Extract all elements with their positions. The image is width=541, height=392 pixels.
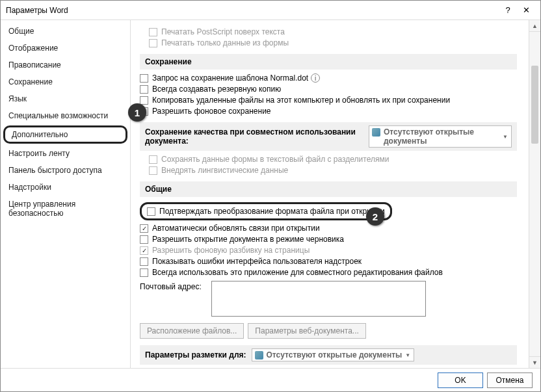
label-draft-open: Разрешить открытие документа в режиме че… xyxy=(152,235,344,244)
sidebar-item-quick-access[interactable]: Панель быстрого доступа xyxy=(1,162,130,179)
annotation-badge-2: 2 xyxy=(366,207,384,226)
label-remote-copy: Копировать удаленные файлы на этот компь… xyxy=(152,96,450,105)
sidebar-item-addins[interactable]: Надстройки xyxy=(1,179,130,196)
group-layout: Параметры разметки для: Отсутствуют откр… xyxy=(140,345,517,365)
sidebar-item-proofing[interactable]: Правописание xyxy=(1,57,130,73)
group-preserve-label: Сохранение качества при совместном испол… xyxy=(145,127,363,146)
sidebar-item-accessibility[interactable]: Специальные возможности xyxy=(1,107,130,124)
sidebar-item-save[interactable]: Сохранение xyxy=(1,73,130,90)
help-button[interactable]: ? xyxy=(499,5,517,15)
label-print-form-only: Печатать только данные из формы xyxy=(161,38,289,47)
preserve-doc-combo-value: Отсутствуют открытые документы xyxy=(384,127,499,146)
checkbox-print-form-only xyxy=(149,39,157,47)
layout-doc-combo-value: Отсутствуют открытые документы xyxy=(267,350,402,359)
checkbox-backup[interactable] xyxy=(140,85,148,94)
options-dialog: Параметры Word ? ✕ Общие Отображение Пра… xyxy=(0,0,541,392)
scroll-down-button[interactable]: ▼ xyxy=(529,356,540,368)
label-backup: Всегда создавать резервную копию xyxy=(152,85,281,94)
label-embed-ling: Внедрять лингвистические данные xyxy=(161,166,288,175)
label-print-postscript: Печатать PostScript поверх текста xyxy=(161,27,285,36)
category-sidebar: Общие Отображение Правописание Сохранени… xyxy=(1,20,131,368)
group-general: Общие xyxy=(140,181,517,197)
dialog-title: Параметры Word xyxy=(6,6,499,15)
checkbox-embed-ling xyxy=(149,166,157,175)
checkbox-addin-errors[interactable] xyxy=(140,257,148,266)
vertical-scrollbar[interactable]: ▲ ▼ xyxy=(529,20,540,368)
checkbox-default-app[interactable] xyxy=(140,268,148,277)
label-bg-repag: Разрешить фоновую разбивку на страницы xyxy=(152,246,310,255)
web-options-button[interactable]: Параметры веб-документа... xyxy=(248,323,365,339)
sidebar-item-trust-center[interactable]: Центр управления безопасностью xyxy=(1,196,130,222)
checkbox-auto-links[interactable] xyxy=(140,224,148,233)
group-preserve: Сохранение качества при совместном испол… xyxy=(140,122,517,151)
callout-confirm-conversion: Подтверждать преобразование формата файл… xyxy=(140,202,392,220)
group-save: Сохранение xyxy=(140,54,517,70)
ok-button[interactable]: OK xyxy=(438,372,483,388)
group-layout-label: Параметры разметки для: xyxy=(145,350,246,359)
annotation-badge-1: 1 xyxy=(128,103,146,122)
info-icon[interactable]: i xyxy=(311,73,320,83)
chevron-down-icon: ▼ xyxy=(405,352,410,358)
sidebar-item-display[interactable]: Отображение xyxy=(1,40,130,57)
preserve-doc-combo[interactable]: Отсутствуют открытые документы ▼ xyxy=(369,125,512,148)
scroll-thumb[interactable] xyxy=(531,66,538,144)
layout-doc-combo[interactable]: Отсутствуют открытые документы ▼ xyxy=(252,348,415,361)
chevron-down-icon: ▼ xyxy=(503,134,508,140)
dialog-footer: OK Отмена xyxy=(1,368,540,391)
label-default-app: Всегда использовать это приложение для с… xyxy=(152,268,443,277)
scroll-up-button[interactable]: ▲ xyxy=(529,20,540,32)
label-confirm-conversion: Подтверждать преобразование формата файл… xyxy=(159,207,385,216)
label-prompt-normal: Запрос на сохранение шаблона Normal.dot xyxy=(152,73,308,83)
cancel-button[interactable]: Отмена xyxy=(487,372,533,388)
checkbox-bg-repag xyxy=(140,246,148,255)
sidebar-item-language[interactable]: Язык xyxy=(1,90,130,107)
checkbox-print-postscript xyxy=(149,28,157,36)
label-auto-links: Автоматически обновлять связи при открыт… xyxy=(152,224,320,233)
close-button[interactable]: ✕ xyxy=(517,5,535,15)
label-mail-address: Почтовый адрес: xyxy=(140,281,211,291)
checkbox-form-sep xyxy=(149,155,157,164)
sidebar-item-general[interactable]: Общие xyxy=(1,23,130,40)
textarea-mail-address[interactable] xyxy=(211,281,426,317)
label-bg-save: Разрешить фоновое сохранение xyxy=(152,107,271,116)
label-form-sep: Сохранять данные формы в текстовый файл … xyxy=(161,155,389,164)
file-locations-button[interactable]: Расположение файлов... xyxy=(140,323,244,339)
checkbox-remote-copy[interactable] xyxy=(140,96,148,105)
advanced-options: Печатать PostScript поверх текста Печата… xyxy=(131,20,529,368)
sidebar-item-advanced[interactable]: Дополнительно xyxy=(3,125,127,144)
sidebar-item-customize-ribbon[interactable]: Настроить ленту xyxy=(1,145,130,162)
checkbox-draft-open[interactable] xyxy=(140,235,148,244)
titlebar: Параметры Word ? ✕ xyxy=(1,1,540,20)
dialog-body: Общие Отображение Правописание Сохранени… xyxy=(1,20,540,368)
content-pane: Печатать PostScript поверх текста Печата… xyxy=(131,20,540,368)
checkbox-confirm-conversion[interactable] xyxy=(147,207,155,216)
label-addin-errors: Показывать ошибки интерфейса пользовател… xyxy=(152,257,362,266)
checkbox-prompt-normal[interactable] xyxy=(140,74,148,83)
